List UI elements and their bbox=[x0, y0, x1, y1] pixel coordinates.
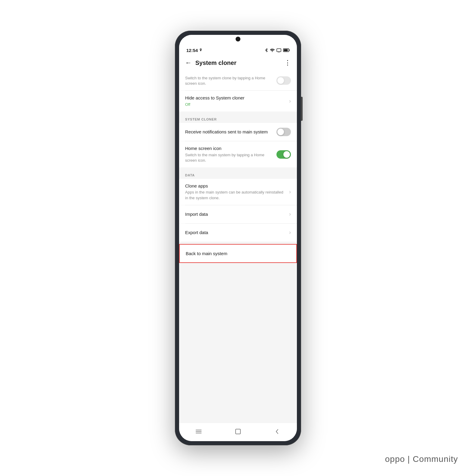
hide-access-title: Hide access to System cloner bbox=[185, 95, 285, 101]
svg-rect-6 bbox=[236, 429, 240, 434]
clone-apps-title: Clone apps bbox=[185, 183, 285, 189]
menu-nav-button[interactable] bbox=[193, 427, 204, 436]
clone-apps-subtitle: Apps in the main system can be automatic… bbox=[185, 190, 285, 200]
back-button[interactable]: ← bbox=[185, 59, 192, 67]
brand-community: Community bbox=[413, 454, 458, 464]
home-screen-icon-item[interactable]: Home screen icon Switch to the main syst… bbox=[179, 141, 297, 167]
phone-frame: 12:54 bbox=[175, 31, 301, 445]
home-icon bbox=[235, 429, 241, 435]
hide-access-subtitle: Off bbox=[185, 102, 285, 107]
camera-area bbox=[179, 35, 297, 42]
wifi-icon bbox=[270, 48, 275, 52]
import-data-item[interactable]: Import data › bbox=[179, 205, 297, 223]
clone-apps-chevron: › bbox=[289, 189, 291, 195]
home-screen-icon-subtitle: Switch to the main system by tapping a H… bbox=[185, 152, 273, 163]
screen-icon bbox=[276, 48, 281, 52]
data-section-label: DATA bbox=[179, 170, 297, 179]
receive-notifications-title: Receive notifications sent to main syste… bbox=[185, 129, 273, 135]
brand-label: oppo | Community bbox=[385, 454, 458, 464]
time-label: 12:54 bbox=[186, 48, 198, 53]
hide-access-chevron: › bbox=[289, 98, 291, 104]
status-icons bbox=[265, 48, 290, 53]
back-nav-button[interactable] bbox=[272, 427, 283, 436]
page-title: System cloner bbox=[195, 60, 236, 66]
svg-rect-0 bbox=[277, 49, 281, 52]
app-bar: ← System cloner ⋮ bbox=[179, 56, 297, 70]
system-cloner-section-label: SYSTEM CLONER bbox=[179, 114, 297, 123]
export-data-chevron: › bbox=[289, 229, 291, 236]
hide-access-item[interactable]: Hide access to System cloner Off › bbox=[179, 91, 297, 111]
import-data-chevron: › bbox=[289, 211, 291, 217]
top-description-item: Switch to the system clone by tapping a … bbox=[179, 70, 297, 90]
bluetooth-icon bbox=[265, 48, 268, 53]
home-screen-icon-title: Home screen icon bbox=[185, 145, 273, 151]
brand-name: oppo bbox=[385, 454, 405, 464]
settings-content: Switch to the system clone by tapping a … bbox=[179, 70, 297, 423]
receive-notifications-toggle[interactable] bbox=[276, 128, 291, 136]
status-bar: 12:54 bbox=[179, 42, 297, 56]
phone-screen: 12:54 bbox=[179, 35, 297, 441]
menu-icon bbox=[195, 429, 202, 434]
back-to-main-button[interactable]: Back to main system bbox=[179, 244, 297, 263]
nav-bar bbox=[179, 423, 297, 441]
brand-divider: | bbox=[407, 454, 413, 464]
svg-rect-2 bbox=[284, 49, 288, 51]
back-to-main-label: Back to main system bbox=[186, 251, 287, 257]
camera-icon bbox=[236, 37, 240, 41]
import-data-title: Import data bbox=[185, 211, 285, 217]
clone-apps-item[interactable]: Clone apps Apps in the main system can b… bbox=[179, 179, 297, 205]
export-data-title: Export data bbox=[185, 230, 285, 236]
location-dot-icon bbox=[200, 48, 202, 52]
divider-4 bbox=[179, 167, 297, 170]
more-options-button[interactable]: ⋮ bbox=[284, 59, 291, 67]
home-screen-icon-toggle[interactable] bbox=[276, 150, 291, 159]
top-description-text: Switch to the system clone by tapping a … bbox=[185, 75, 273, 86]
back-nav-icon bbox=[275, 429, 280, 434]
battery-icon bbox=[283, 48, 290, 52]
home-nav-button[interactable] bbox=[233, 427, 243, 436]
export-data-item[interactable]: Export data › bbox=[179, 224, 297, 242]
top-toggle[interactable] bbox=[276, 76, 291, 85]
receive-notifications-item[interactable]: Receive notifications sent to main syste… bbox=[179, 123, 297, 141]
divider-2 bbox=[179, 111, 297, 114]
status-time: 12:54 bbox=[186, 48, 202, 53]
